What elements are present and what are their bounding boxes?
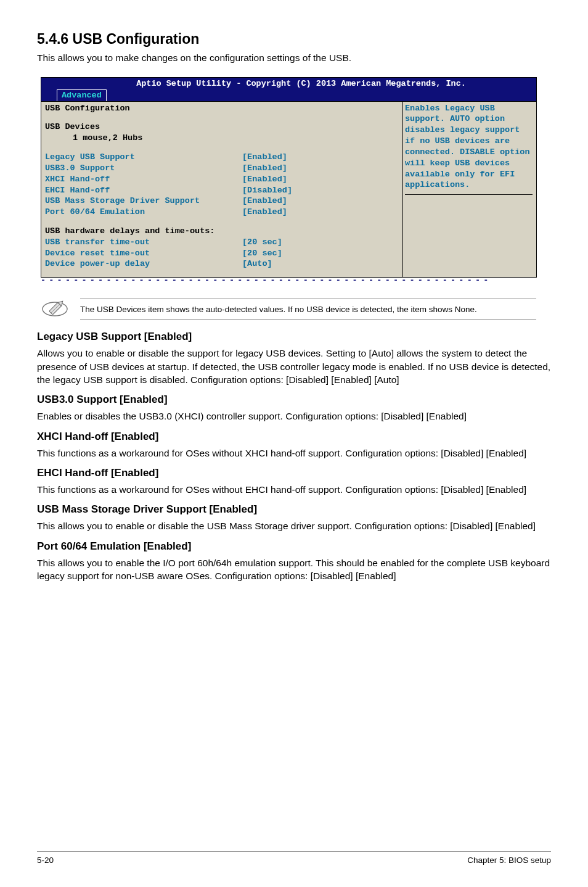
bios-item-value: [Enabled] xyxy=(242,196,287,207)
bios-item-label: XHCI Hand-off xyxy=(45,174,242,185)
section-body: Allows you to enable or disable the supp… xyxy=(37,347,551,386)
intro-text: This allows you to make changes on the c… xyxy=(37,52,551,64)
section-heading: Port 60/64 Emulation [Enabled] xyxy=(37,540,551,553)
bios-item-value: [20 sec] xyxy=(242,237,282,248)
section-heading: EHCI Hand-off [Enabled] xyxy=(37,467,551,479)
bios-item-ehci[interactable]: EHCI Hand-off [Disabled] xyxy=(45,185,402,196)
section-heading: USB Mass Storage Driver Support [Enabled… xyxy=(37,503,551,516)
bios-item-xhci[interactable]: XHCI Hand-off [Enabled] xyxy=(45,174,402,185)
section-body: This functions as a workaround for OSes … xyxy=(37,483,551,496)
bios-item-value: [Enabled] xyxy=(242,174,287,185)
bios-item-label: Legacy USB Support xyxy=(45,152,242,163)
bios-item-value: [Auto] xyxy=(242,258,272,270)
bios-item-value: [Disabled] xyxy=(242,185,292,196)
bios-screenshot: Aptio Setup Utility - Copyright (C) 2013… xyxy=(41,77,537,278)
bios-devices-value: 1 mouse,2 Hubs xyxy=(45,133,402,144)
bios-item-powerup-delay[interactable]: Device power-up delay [Auto] xyxy=(45,258,402,270)
bios-header-title: Aptio Setup Utility - Copyright (C) 2013… xyxy=(41,78,536,89)
bios-help-separator xyxy=(405,194,533,225)
section-body: Enables or disables the USB3.0 (XHCI) co… xyxy=(37,410,551,423)
bios-item-port6064[interactable]: Port 60/64 Emulation [Enabled] xyxy=(45,207,402,218)
section-body: This functions as a workaround for OSes … xyxy=(37,447,551,460)
section-heading: USB3.0 Support [Enabled] xyxy=(37,394,551,406)
page-number: 5-20 xyxy=(37,856,54,865)
bios-item-label: Device power-up delay xyxy=(45,258,242,270)
section-heading: XHCI Hand-off [Enabled] xyxy=(37,431,551,443)
bios-item-mass-storage[interactable]: USB Mass Storage Driver Support [Enabled… xyxy=(45,196,402,207)
bios-tab-advanced[interactable]: Advanced xyxy=(57,89,107,101)
bios-item-value: [Enabled] xyxy=(242,152,287,163)
section-heading: Legacy USB Support [Enabled] xyxy=(37,331,551,343)
bios-item-label: Device reset time-out xyxy=(45,248,242,259)
note-text: The USB Devices item shows the auto-dete… xyxy=(80,299,536,320)
bios-header: Aptio Setup Utility - Copyright (C) 2013… xyxy=(41,78,536,101)
bios-item-label: EHCI Hand-off xyxy=(45,185,242,196)
bios-section-title: USB Configuration xyxy=(45,103,402,114)
section-body: This allows you to enable the I/O port 6… xyxy=(37,556,551,583)
bios-item-legacy-usb[interactable]: Legacy USB Support [Enabled] xyxy=(45,152,402,163)
bios-body: USB Configuration USB Devices 1 mouse,2 … xyxy=(41,101,536,278)
bios-item-label: USB transfer time-out xyxy=(45,237,242,248)
bios-help-text: Enables Legacy USB support. AUTO option … xyxy=(405,103,533,191)
page-heading: 5.4.6 USB Configuration xyxy=(37,31,551,47)
bios-item-label: USB Mass Storage Driver Support xyxy=(45,196,242,207)
bios-item-reset-timeout[interactable]: Device reset time-out [20 sec] xyxy=(45,248,402,259)
bios-item-value: [20 sec] xyxy=(242,248,282,259)
bios-item-label: Port 60/64 Emulation xyxy=(45,207,242,218)
bios-item-label: USB3.0 Support xyxy=(45,163,242,174)
bios-item-usb30[interactable]: USB3.0 Support [Enabled] xyxy=(45,163,402,174)
bios-item-transfer-timeout[interactable]: USB transfer time-out [20 sec] xyxy=(45,237,402,248)
note-block: The USB Devices item shows the auto-dete… xyxy=(41,295,536,323)
bios-subheader: USB hardware delays and time-outs: xyxy=(45,226,402,237)
bios-tabbar: Advanced xyxy=(41,89,536,101)
bios-help-pane: Enables Legacy USB support. AUTO option … xyxy=(403,102,536,278)
bios-devices-label: USB Devices xyxy=(45,122,402,133)
bios-item-value: [Enabled] xyxy=(242,163,287,174)
pencil-icon xyxy=(41,295,69,323)
chapter-label: Chapter 5: BIOS setup xyxy=(467,856,551,865)
section-body: This allows you to enable or disable the… xyxy=(37,519,551,532)
bios-left-pane: USB Configuration USB Devices 1 mouse,2 … xyxy=(41,102,403,278)
bios-item-value: [Enabled] xyxy=(242,207,287,218)
page-footer: 5-20 Chapter 5: BIOS setup xyxy=(37,851,551,865)
bios-bottom-dashes: ----------------------------------------… xyxy=(41,278,537,286)
